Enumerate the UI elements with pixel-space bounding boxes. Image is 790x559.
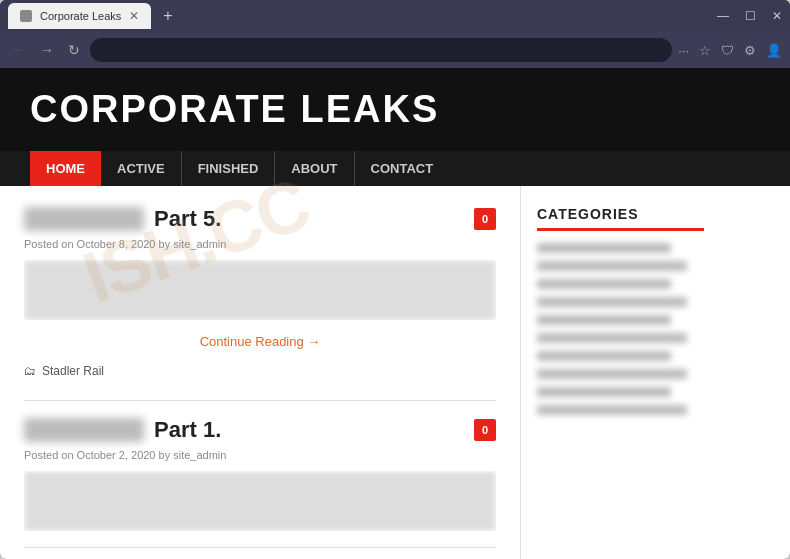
post-1-category: 🗂 Stadler Rail [24, 364, 496, 378]
post-1-meta: Posted on October 8, 2020 by site_admin [24, 238, 496, 250]
back-button[interactable]: ← [8, 40, 30, 60]
address-bar: ← → ↻ ··· ☆ 🛡 ⚙ 👤 [0, 32, 790, 68]
post-2-title-blurred [24, 418, 144, 442]
site-title: CORPORATE LEAKS [30, 88, 760, 131]
webpage: ISH.CC CORPORATE LEAKS HOME ACTIVE FINIS… [0, 68, 790, 559]
post-2: Part 1. 0 Posted on October 2, 2020 by s… [24, 417, 496, 548]
browser-window: Corporate Leaks ✕ + — ☐ ✕ ← → ↻ ··· ☆ 🛡 … [0, 0, 790, 559]
post-1-excerpt [24, 260, 496, 320]
post-2-blurred-text [24, 471, 496, 531]
title-bar: Corporate Leaks ✕ + — ☐ ✕ [0, 0, 790, 32]
maximize-button[interactable]: ☐ [745, 9, 756, 23]
post-2-title-text[interactable]: Part 1. [154, 417, 221, 443]
site-navigation: HOME ACTIVE FINISHED ABOUT CONTACT [0, 151, 790, 186]
settings-icon[interactable]: ⚙ [744, 43, 756, 58]
forward-button[interactable]: → [36, 40, 58, 60]
nav-contact[interactable]: CONTACT [355, 151, 450, 186]
nav-active[interactable]: ACTIVE [101, 151, 182, 186]
sidebar-category-1[interactable] [537, 243, 671, 253]
tab-close-button[interactable]: ✕ [129, 9, 139, 23]
nav-home[interactable]: HOME [30, 151, 101, 186]
minimize-button[interactable]: — [717, 9, 729, 23]
tab-title: Corporate Leaks [40, 10, 121, 22]
content-area: Part 5. 0 Posted on October 8, 2020 by s… [0, 186, 520, 559]
sidebar-category-8[interactable] [537, 369, 687, 379]
sidebar-heading: CATEGORIES [537, 206, 704, 231]
post-2-comment-badge[interactable]: 0 [474, 419, 496, 441]
continue-reading-link-1[interactable]: Continue Reading → [200, 334, 321, 349]
category-icon-1: 🗂 [24, 364, 36, 378]
category-label-1: Stadler Rail [42, 364, 104, 378]
refresh-button[interactable]: ↻ [64, 40, 84, 60]
site-header: CORPORATE LEAKS [0, 68, 790, 151]
bookmark-icon[interactable]: ☆ [699, 43, 711, 58]
nav-finished[interactable]: FINISHED [182, 151, 276, 186]
browser-tab[interactable]: Corporate Leaks ✕ [8, 3, 151, 29]
main-layout: Part 5. 0 Posted on October 8, 2020 by s… [0, 186, 790, 559]
post-1-title-row: Part 5. 0 [24, 206, 496, 232]
sidebar-category-9[interactable] [537, 387, 671, 397]
post-2-excerpt [24, 471, 496, 531]
post-1-title-blurred [24, 207, 144, 231]
new-tab-button[interactable]: + [155, 7, 180, 25]
sidebar-category-7[interactable] [537, 351, 671, 361]
post-1-comment-badge[interactable]: 0 [474, 208, 496, 230]
close-button[interactable]: ✕ [772, 9, 782, 23]
continue-reading-1[interactable]: Continue Reading → [24, 324, 496, 358]
post-1-title-text[interactable]: Part 5. [154, 206, 221, 232]
shield-icon[interactable]: 🛡 [721, 43, 734, 58]
sidebar-category-6[interactable] [537, 333, 687, 343]
extensions-icon[interactable]: ··· [678, 43, 689, 58]
sidebar-category-2[interactable] [537, 261, 687, 271]
sidebar-category-3[interactable] [537, 279, 671, 289]
sidebar-category-4[interactable] [537, 297, 687, 307]
tab-favicon [20, 10, 32, 22]
sidebar: CATEGORIES [520, 186, 720, 559]
profile-icon[interactable]: 👤 [766, 43, 782, 58]
post-2-meta: Posted on October 2, 2020 by site_admin [24, 449, 496, 461]
post-2-title-row: Part 1. 0 [24, 417, 496, 443]
toolbar-icons: ··· ☆ 🛡 ⚙ 👤 [678, 43, 782, 58]
window-controls: — ☐ ✕ [717, 9, 782, 23]
sidebar-category-10[interactable] [537, 405, 687, 415]
sidebar-category-5[interactable] [537, 315, 671, 325]
nav-about[interactable]: ABOUT [275, 151, 354, 186]
post-1: Part 5. 0 Posted on October 8, 2020 by s… [24, 206, 496, 401]
address-input[interactable] [90, 38, 672, 62]
post-1-blurred-text [24, 260, 496, 320]
